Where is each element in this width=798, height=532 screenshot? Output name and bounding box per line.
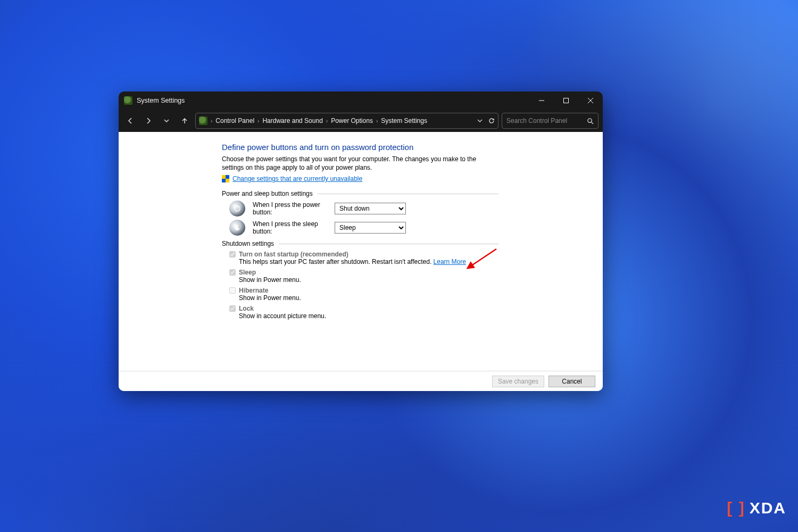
power-button-label: When I press the power button: (253, 201, 327, 216)
breadcrumb-item[interactable]: System Settings (381, 117, 427, 124)
page-title: Define power buttons and turn on passwor… (222, 143, 498, 152)
refresh-icon[interactable] (488, 118, 495, 124)
address-bar[interactable]: › Control Panel › Hardware and Sound › P… (195, 113, 498, 129)
uac-shield-icon (222, 175, 229, 182)
power-button-icon (229, 201, 245, 217)
xda-bracket-icon: [ ] (727, 499, 745, 517)
page-description: Choose the power settings that you want … (222, 155, 498, 172)
sleep-checkbox (229, 269, 236, 276)
minimize-button[interactable] (529, 92, 554, 110)
sleep-button-select[interactable]: Sleep (335, 222, 406, 234)
titlebar: System Settings (119, 92, 603, 110)
window-title: System Settings (137, 97, 185, 104)
sleep-sub: Show in Power menu. (239, 276, 498, 284)
chevron-right-icon: › (257, 118, 259, 124)
arrow-right-icon (145, 117, 152, 124)
maximize-icon (563, 98, 569, 103)
chevron-down-icon (163, 117, 170, 124)
chevron-right-icon: › (211, 118, 212, 124)
search-input[interactable] (506, 117, 587, 124)
desktop-wallpaper: System Settings (0, 0, 798, 532)
xda-watermark: [ ] XDA (727, 499, 786, 517)
svg-rect-0 (564, 98, 569, 103)
svg-point-1 (588, 118, 592, 122)
group-title: Power and sleep button settings (222, 190, 313, 197)
chevron-right-icon: › (326, 118, 328, 124)
sleep-label: Sleep (239, 269, 256, 276)
breadcrumb-item[interactable]: Hardware and Sound (262, 117, 322, 124)
change-settings-link[interactable]: Change settings that are currently unava… (232, 175, 362, 182)
breadcrumb-item[interactable]: Control Panel (215, 117, 254, 124)
sleep-button-label: When I press the sleep button: (253, 220, 327, 235)
minimize-icon (539, 98, 544, 103)
chevron-right-icon: › (376, 118, 378, 124)
save-button: Save changes (492, 376, 544, 387)
cancel-button[interactable]: Cancel (548, 376, 595, 387)
arrow-left-icon (127, 117, 134, 124)
control-panel-icon (199, 117, 207, 125)
fast-startup-sub: This helps start your PC faster after sh… (239, 258, 434, 265)
fast-startup-checkbox (229, 251, 236, 257)
fast-startup-label: Turn on fast startup (recommended) (239, 251, 348, 258)
close-button[interactable] (578, 92, 603, 110)
nav-back-button[interactable] (123, 113, 138, 128)
divider (278, 244, 498, 244)
close-icon (588, 98, 593, 103)
chevron-down-icon[interactable] (477, 118, 483, 124)
breadcrumb-item[interactable]: Power Options (331, 117, 373, 124)
lock-checkbox (229, 305, 236, 312)
navbar: › Control Panel › Hardware and Sound › P… (119, 110, 603, 132)
app-icon (124, 96, 132, 105)
hibernate-label: Hibernate (239, 287, 268, 294)
sleep-button-icon (229, 220, 245, 236)
nav-forward-button[interactable] (141, 113, 156, 128)
nav-recent-button[interactable] (159, 113, 174, 128)
hibernate-checkbox (229, 287, 236, 294)
system-settings-window: System Settings (119, 92, 603, 391)
maximize-button[interactable] (554, 92, 578, 110)
hibernate-sub: Show in Power menu. (239, 294, 498, 302)
learn-more-link[interactable]: Learn More (434, 258, 466, 265)
search-box[interactable] (502, 113, 598, 129)
power-button-select[interactable]: Shut down (335, 203, 406, 214)
xda-text: XDA (750, 499, 786, 517)
content-area: Define power buttons and turn on passwor… (119, 132, 603, 391)
arrow-up-icon (181, 117, 188, 124)
lock-sub: Show in account picture menu. (239, 312, 498, 320)
divider (317, 194, 498, 194)
group-title: Shutdown settings (222, 240, 274, 247)
lock-label: Lock (239, 305, 254, 312)
search-icon (587, 118, 594, 124)
nav-up-button[interactable] (177, 113, 192, 128)
footer: Save changes Cancel (119, 371, 603, 391)
